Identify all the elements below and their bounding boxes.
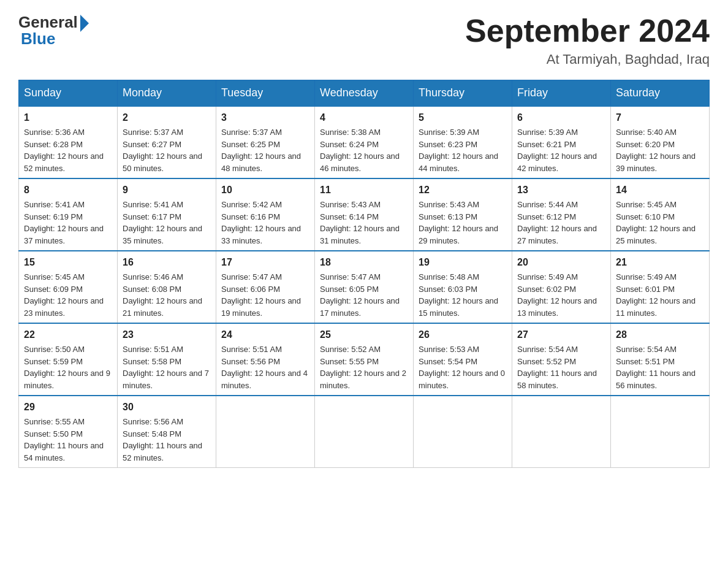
sunset-text: Sunset: 6:25 PM — [221, 140, 280, 149]
daylight-text: Daylight: 12 hours and 19 minutes. — [221, 296, 301, 318]
sunset-text: Sunset: 5:56 PM — [221, 357, 280, 366]
calendar-day-header: Thursday — [414, 80, 512, 107]
sunset-text: Sunset: 5:51 PM — [616, 357, 675, 366]
day-number: 15 — [24, 255, 112, 270]
day-number: 18 — [320, 255, 408, 270]
sunrise-text: Sunrise: 5:47 AM — [221, 272, 282, 282]
daylight-text: Daylight: 12 hours and 48 minutes. — [221, 151, 301, 173]
sunrise-text: Sunrise: 5:43 AM — [320, 200, 381, 209]
calendar-cell: 1Sunrise: 5:36 AMSunset: 6:28 PMDaylight… — [19, 106, 118, 178]
calendar-day-header: Tuesday — [216, 80, 315, 107]
sunset-text: Sunset: 5:58 PM — [123, 357, 181, 366]
sunrise-text: Sunrise: 5:37 AM — [123, 128, 183, 137]
calendar-cell: 4Sunrise: 5:38 AMSunset: 6:24 PMDaylight… — [315, 106, 414, 178]
daylight-text: Daylight: 12 hours and 17 minutes. — [320, 296, 400, 318]
day-number: 1 — [24, 110, 112, 125]
sunset-text: Sunset: 6:16 PM — [221, 212, 280, 221]
sunset-text: Sunset: 5:55 PM — [320, 357, 379, 366]
sunset-text: Sunset: 5:50 PM — [24, 429, 83, 439]
calendar-cell: 23Sunrise: 5:51 AMSunset: 5:58 PMDayligh… — [118, 323, 216, 396]
calendar-cell: 6Sunrise: 5:39 AMSunset: 6:21 PMDaylight… — [512, 106, 611, 178]
day-number: 25 — [320, 327, 408, 342]
daylight-text: Daylight: 12 hours and 31 minutes. — [320, 224, 400, 245]
sunrise-text: Sunrise: 5:40 AM — [616, 128, 677, 137]
day-number: 30 — [123, 400, 211, 415]
sunrise-text: Sunrise: 5:49 AM — [517, 272, 578, 282]
calendar-header-row: SundayMondayTuesdayWednesdayThursdayFrid… — [19, 80, 710, 107]
daylight-text: Daylight: 12 hours and 11 minutes. — [616, 296, 696, 318]
logo: General Blue — [18, 12, 89, 48]
sunset-text: Sunset: 5:52 PM — [517, 357, 576, 366]
daylight-text: Daylight: 12 hours and 52 minutes. — [24, 151, 104, 173]
calendar-day-header: Sunday — [19, 80, 118, 107]
calendar-cell: 26Sunrise: 5:53 AMSunset: 5:54 PMDayligh… — [414, 323, 512, 396]
sunrise-text: Sunrise: 5:53 AM — [419, 345, 479, 354]
calendar-cell: 11Sunrise: 5:43 AMSunset: 6:14 PMDayligh… — [315, 178, 414, 251]
sunrise-text: Sunrise: 5:49 AM — [616, 272, 677, 282]
calendar-cell: 9Sunrise: 5:41 AMSunset: 6:17 PMDaylight… — [118, 178, 216, 251]
calendar-cell: 8Sunrise: 5:41 AMSunset: 6:19 PMDaylight… — [19, 178, 118, 251]
day-number: 22 — [24, 327, 112, 342]
daylight-text: Daylight: 12 hours and 35 minutes. — [123, 224, 202, 245]
calendar-cell: 27Sunrise: 5:54 AMSunset: 5:52 PMDayligh… — [512, 323, 611, 396]
daylight-text: Daylight: 12 hours and 46 minutes. — [320, 151, 400, 173]
calendar-cell: 12Sunrise: 5:43 AMSunset: 6:13 PMDayligh… — [414, 178, 512, 251]
calendar-cell — [315, 396, 414, 468]
daylight-text: Daylight: 12 hours and 44 minutes. — [419, 151, 498, 173]
sunrise-text: Sunrise: 5:38 AM — [320, 128, 381, 137]
calendar-table: SundayMondayTuesdayWednesdayThursdayFrid… — [18, 80, 710, 468]
calendar-week-row: 8Sunrise: 5:41 AMSunset: 6:19 PMDaylight… — [19, 178, 710, 251]
sunset-text: Sunset: 6:06 PM — [221, 285, 280, 294]
sunset-text: Sunset: 5:48 PM — [123, 429, 181, 439]
sunrise-text: Sunrise: 5:48 AM — [419, 272, 479, 282]
day-number: 28 — [616, 327, 704, 342]
calendar-cell: 14Sunrise: 5:45 AMSunset: 6:10 PMDayligh… — [611, 178, 710, 251]
sunset-text: Sunset: 6:08 PM — [123, 285, 181, 294]
sunrise-text: Sunrise: 5:36 AM — [24, 128, 85, 137]
calendar-cell: 17Sunrise: 5:47 AMSunset: 6:06 PMDayligh… — [216, 251, 315, 323]
logo-blue-text: Blue — [18, 29, 55, 48]
daylight-text: Daylight: 12 hours and 27 minutes. — [517, 224, 597, 245]
calendar-day-header: Friday — [512, 80, 611, 107]
sunset-text: Sunset: 6:21 PM — [517, 140, 576, 149]
day-number: 21 — [616, 255, 704, 270]
sunrise-text: Sunrise: 5:39 AM — [419, 128, 479, 137]
daylight-text: Daylight: 11 hours and 58 minutes. — [517, 369, 597, 390]
day-number: 14 — [616, 183, 704, 197]
calendar-cell — [611, 396, 710, 468]
location-text: At Tarmiyah, Baghdad, Iraq — [465, 52, 710, 67]
daylight-text: Daylight: 12 hours and 9 minutes. — [24, 369, 110, 390]
sunrise-text: Sunrise: 5:42 AM — [221, 200, 282, 209]
logo-arrow-icon — [80, 15, 89, 32]
calendar-week-row: 1Sunrise: 5:36 AMSunset: 6:28 PMDaylight… — [19, 106, 710, 178]
sunrise-text: Sunrise: 5:56 AM — [123, 417, 183, 426]
calendar-cell: 21Sunrise: 5:49 AMSunset: 6:01 PMDayligh… — [611, 251, 710, 323]
page-header: General Blue September 2024 At Tarmiyah,… — [18, 12, 710, 67]
calendar-cell: 2Sunrise: 5:37 AMSunset: 6:27 PMDaylight… — [118, 106, 216, 178]
day-number: 5 — [419, 110, 507, 125]
day-number: 19 — [419, 255, 507, 270]
day-number: 24 — [221, 327, 309, 342]
daylight-text: Daylight: 12 hours and 25 minutes. — [616, 224, 696, 245]
calendar-cell: 29Sunrise: 5:55 AMSunset: 5:50 PMDayligh… — [19, 396, 118, 468]
sunrise-text: Sunrise: 5:44 AM — [517, 200, 578, 209]
daylight-text: Daylight: 12 hours and 13 minutes. — [517, 296, 597, 318]
sunrise-text: Sunrise: 5:54 AM — [517, 345, 578, 354]
calendar-cell: 28Sunrise: 5:54 AMSunset: 5:51 PMDayligh… — [611, 323, 710, 396]
daylight-text: Daylight: 12 hours and 0 minutes. — [419, 369, 505, 390]
sunrise-text: Sunrise: 5:39 AM — [517, 128, 578, 137]
title-section: September 2024 At Tarmiyah, Baghdad, Ira… — [465, 12, 710, 67]
sunrise-text: Sunrise: 5:51 AM — [221, 345, 282, 354]
daylight-text: Daylight: 12 hours and 29 minutes. — [419, 224, 498, 245]
sunset-text: Sunset: 6:14 PM — [320, 212, 379, 221]
calendar-cell: 25Sunrise: 5:52 AMSunset: 5:55 PMDayligh… — [315, 323, 414, 396]
sunset-text: Sunset: 6:17 PM — [123, 212, 181, 221]
sunrise-text: Sunrise: 5:50 AM — [24, 345, 85, 354]
day-number: 4 — [320, 110, 408, 125]
sunrise-text: Sunrise: 5:55 AM — [24, 417, 85, 426]
calendar-cell: 5Sunrise: 5:39 AMSunset: 6:23 PMDaylight… — [414, 106, 512, 178]
logo-general-text: General — [18, 13, 78, 32]
day-number: 7 — [616, 110, 704, 125]
calendar-cell — [512, 396, 611, 468]
day-number: 12 — [419, 183, 507, 197]
